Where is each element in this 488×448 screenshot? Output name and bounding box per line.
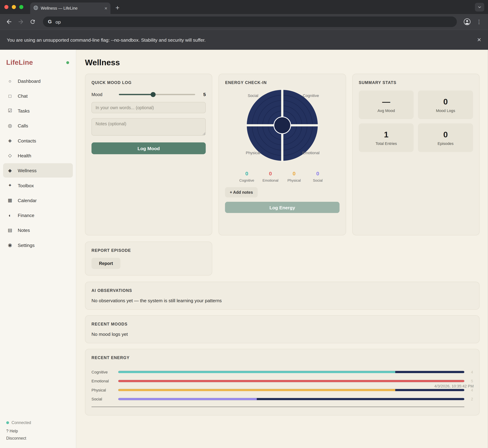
energy-values-row: 0 Cognitive 0 Emotional 0 Physical 0	[225, 171, 339, 182]
mood-slider[interactable]	[119, 92, 195, 97]
stat-episodes: 0 Episodes	[418, 123, 473, 152]
energy-num-social: 0	[308, 171, 327, 177]
address-bar[interactable]: G	[43, 16, 457, 27]
contacts-icon: ◈	[7, 138, 13, 143]
minimize-window-button[interactable]	[12, 5, 16, 9]
sidebar-item-tasks[interactable]: ☑ Tasks	[3, 104, 73, 118]
zoom-window-button[interactable]	[19, 5, 23, 9]
bar-value: 5	[464, 379, 473, 383]
sidebar-item-label: Contacts	[18, 138, 36, 143]
energy-value-cognitive: 0 Cognitive	[238, 171, 256, 182]
energy-cap-physical: Physical	[285, 178, 304, 182]
recent-energy-bars: Cognitive 4 Emotional 5 Physical 4	[91, 368, 473, 407]
recent-moods-heading: RECENT MOODS	[91, 322, 473, 327]
sidebar-item-calls[interactable]: ◎ Calls	[3, 119, 73, 133]
recent-energy-heading: RECENT ENERGY	[91, 355, 473, 360]
browser-tab[interactable]: Wellness — LifeLine ×	[30, 2, 110, 14]
bar-label: Physical	[91, 388, 118, 392]
health-icon: ◇	[7, 152, 13, 158]
bar-fill	[118, 371, 395, 373]
stat-label: Episodes	[438, 141, 454, 146]
sidebar: LifeLine ○ Dashboard □ Chat ☑ Tasks ◎ Ca…	[0, 50, 76, 448]
stat-value: 0	[443, 97, 448, 106]
banner-text: You are using an unsupported command-lin…	[7, 37, 206, 42]
bar-value: 2	[464, 397, 473, 401]
mood-label: Mood	[91, 92, 119, 97]
observations-empty-text: No observations yet — the system is stil…	[91, 298, 473, 303]
add-notes-button[interactable]: + Add notes	[225, 187, 257, 198]
mood-words-input[interactable]	[91, 102, 206, 113]
stat-grid: — Avg Mood 0 Mood Logs 1 Total Entries	[359, 90, 473, 152]
axis-label-emotional: Emotional	[302, 151, 320, 155]
stat-total-entries: 1 Total Entries	[359, 123, 414, 152]
energy-num-physical: 0	[285, 171, 304, 177]
log-energy-button[interactable]: Log Energy	[225, 202, 339, 213]
mood-value: 5	[195, 92, 206, 97]
mood-notes-textarea[interactable]	[91, 118, 206, 136]
close-window-button[interactable]	[4, 5, 8, 9]
url-input[interactable]	[56, 19, 452, 24]
banner-close-icon[interactable]: ×	[477, 36, 481, 44]
sidebar-item-dashboard[interactable]: ○ Dashboard	[3, 74, 73, 88]
menu-kebab-icon[interactable]: ⋮	[473, 16, 485, 28]
tab-search-chevron-icon[interactable]	[475, 3, 484, 12]
energy-cap-emotional: Emotional	[261, 178, 280, 182]
google-g-icon: G	[48, 19, 52, 24]
sidebar-item-wellness[interactable]: ◆ Wellness	[3, 163, 73, 178]
connected-dot-icon	[6, 421, 9, 424]
sidebar-item-chat[interactable]: □ Chat	[3, 88, 73, 103]
sidebar-item-notes[interactable]: ▤ Notes	[3, 223, 73, 237]
calls-icon: ◎	[7, 123, 13, 128]
stat-label: Mood Logs	[436, 108, 455, 113]
profile-icon[interactable]	[461, 16, 473, 28]
energy-bar-row: Emotional 5	[91, 376, 473, 386]
page-title: Wellness	[85, 58, 480, 67]
stat-value: 1	[384, 130, 389, 139]
connection-status: Connected	[6, 420, 70, 425]
observations-heading: AI OBSERVATIONS	[91, 288, 473, 293]
connected-label: Connected	[12, 420, 31, 425]
sidebar-item-label: Notes	[18, 227, 30, 233]
tab-close-icon[interactable]: ×	[104, 6, 107, 11]
disconnect-link[interactable]: Disconnect	[6, 436, 70, 441]
energy-cap-social: Social	[308, 178, 327, 182]
reload-button[interactable]	[27, 16, 39, 28]
bar-label: Cognitive	[91, 370, 118, 374]
new-tab-button[interactable]: +	[116, 4, 119, 11]
brand-status-dot	[66, 61, 69, 64]
sidebar-item-label: Dashboard	[18, 78, 41, 83]
log-mood-button[interactable]: Log Mood	[91, 143, 206, 154]
report-button[interactable]: Report	[91, 258, 120, 269]
bar-track	[118, 380, 464, 382]
recent-moods-empty-text: No mood logs yet	[91, 331, 473, 337]
sidebar-item-label: Calls	[18, 123, 28, 128]
brand-logo: LifeLine	[6, 58, 33, 66]
bar-fill	[118, 398, 256, 400]
sidebar-item-finance[interactable]: ◐ Finance	[3, 208, 73, 223]
sidebar-item-settings[interactable]: ◉ Settings	[3, 238, 73, 252]
energy-radar-chart[interactable]: Social Cognitive Physical Emotional	[245, 88, 320, 163]
back-button[interactable]	[3, 16, 15, 28]
stat-label: Avg Mood	[378, 108, 395, 113]
forward-button[interactable]	[15, 16, 27, 28]
energy-heading: ENERGY CHECK-IN	[225, 80, 339, 85]
axis-label-physical: Physical	[246, 151, 260, 155]
stat-value: 0	[443, 130, 448, 139]
sidebar-item-contacts[interactable]: ◈ Contacts	[3, 133, 73, 148]
recent-energy-timestamp: 4/3/2026, 10:35:42 PM	[434, 384, 474, 388]
sidebar-item-health[interactable]: ◇ Health	[3, 148, 73, 163]
bar-track	[118, 371, 464, 373]
sidebar-item-toolbox[interactable]: ✦ Toolbox	[3, 178, 73, 192]
axis-label-social: Social	[248, 94, 258, 98]
stat-value: —	[382, 97, 390, 106]
bar-track	[118, 389, 464, 391]
finance-icon: ◐	[7, 212, 13, 218]
mood-slider-thumb[interactable]	[151, 92, 156, 97]
sidebar-item-calendar[interactable]: ▦ Calendar	[3, 193, 73, 207]
help-link[interactable]: ? Help	[6, 429, 70, 433]
energy-bar-row: Physical 4	[91, 385, 473, 395]
quick-mood-heading: QUICK MOOD LOG	[91, 80, 206, 85]
energy-bar-row: Cognitive 4	[91, 368, 473, 376]
energy-num-emotional: 0	[261, 171, 280, 177]
bar-value: 4	[464, 388, 473, 392]
